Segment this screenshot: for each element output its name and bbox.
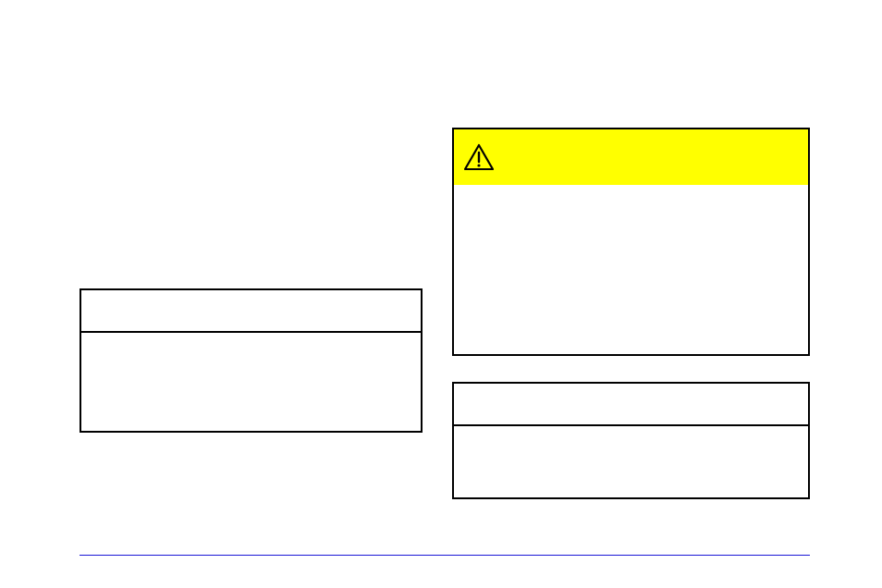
notice-box <box>452 382 810 499</box>
left-info-box-header <box>81 290 421 333</box>
warning-triangle-icon <box>463 143 495 171</box>
caution-box-body <box>454 185 808 354</box>
notice-box-header <box>454 384 808 426</box>
caution-box-header <box>454 129 808 185</box>
caution-box <box>452 128 810 356</box>
svg-point-2 <box>477 164 480 166</box>
left-info-box <box>80 288 423 433</box>
document-page <box>0 0 882 588</box>
footer-horizontal-rule <box>80 555 810 556</box>
